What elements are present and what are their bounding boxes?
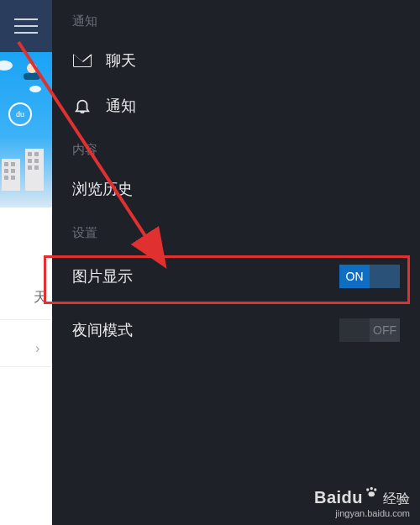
menu-item-chat[interactable]: 聊天 [52, 38, 420, 83]
svg-point-2 [366, 488, 369, 491]
setting-label: 图片显示 [72, 266, 133, 286]
settings-menu-panel: 通知 聊天 通知 内容 浏览历史 设置 图片显示 ON 夜间模式 OFF [52, 0, 420, 525]
setting-label: 夜间模式 [72, 320, 133, 340]
background-text-fragment: 天 [34, 289, 47, 307]
setting-row-image-display: 图片显示 ON [52, 249, 420, 303]
watermark-cn: 经验 [383, 491, 410, 508]
toggle-night-mode[interactable]: OFF [339, 318, 400, 342]
menu-item-label: 浏览历史 [72, 179, 133, 199]
hamburger-menu-button[interactable] [0, 0, 52, 52]
background-illustration: du [0, 52, 52, 207]
section-label-content: 内容 [52, 129, 420, 166]
menu-item-label: 通知 [106, 96, 136, 116]
svg-point-5 [369, 491, 375, 496]
background-chevron-icon: › [35, 341, 39, 356]
hamburger-icon [14, 18, 38, 34]
toggle-handle [339, 318, 370, 342]
section-label-settings: 设置 [52, 212, 420, 249]
mail-icon [72, 52, 92, 69]
menu-item-notice[interactable]: 通知 [52, 83, 420, 129]
toggle-image-display[interactable]: ON [339, 265, 400, 288]
toggle-state-text: OFF [370, 318, 400, 342]
menu-item-label: 聊天 [106, 50, 136, 71]
paw-icon [365, 486, 380, 501]
watermark: Baidu 经验 jingyan.baidu.com [314, 488, 410, 518]
background-divider [0, 319, 52, 320]
menu-item-history[interactable]: 浏览历史 [52, 166, 420, 212]
setting-row-night-mode: 夜间模式 OFF [52, 303, 420, 357]
background-divider [0, 366, 52, 367]
svg-point-4 [374, 488, 376, 491]
section-label-notifications: 通知 [52, 0, 420, 38]
watermark-brand: Baidu [314, 488, 363, 507]
watermark-url: jingyan.baidu.com [314, 508, 410, 518]
bell-icon [72, 97, 92, 114]
svg-point-3 [370, 487, 373, 490]
toggle-state-text: ON [339, 265, 370, 288]
toggle-handle [370, 265, 400, 288]
